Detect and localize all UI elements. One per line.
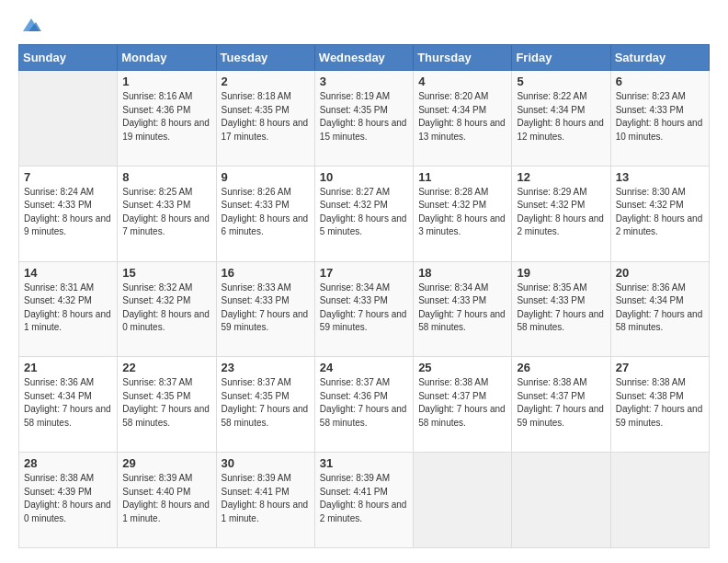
day-number: 19 xyxy=(517,266,605,280)
cell-content: Sunrise: 8:24 AMSunset: 4:33 PMDaylight:… xyxy=(24,186,112,239)
calendar-week-4: 21Sunrise: 8:36 AMSunset: 4:34 PMDayligh… xyxy=(19,357,710,453)
header xyxy=(18,15,710,35)
cell-content: Sunrise: 8:33 AMSunset: 4:33 PMDaylight:… xyxy=(222,282,310,335)
calendar-cell: 6Sunrise: 8:23 AMSunset: 4:33 PMDaylight… xyxy=(610,71,709,167)
calendar-cell: 15Sunrise: 8:32 AMSunset: 4:32 PMDayligh… xyxy=(118,261,216,357)
weekday-header-row: SundayMondayTuesdayWednesdayThursdayFrid… xyxy=(19,45,710,71)
day-number: 13 xyxy=(616,170,704,184)
page: SundayMondayTuesdayWednesdayThursdayFrid… xyxy=(0,0,728,563)
cell-content: Sunrise: 8:39 AMSunset: 4:40 PMDaylight:… xyxy=(122,472,210,525)
calendar-cell: 18Sunrise: 8:34 AMSunset: 4:33 PMDayligh… xyxy=(414,261,512,357)
day-number: 6 xyxy=(616,75,704,88)
cell-content: Sunrise: 8:38 AMSunset: 4:39 PMDaylight:… xyxy=(24,472,112,525)
cell-content: Sunrise: 8:32 AMSunset: 4:32 PMDaylight:… xyxy=(122,282,210,335)
day-number: 9 xyxy=(222,170,310,184)
cell-content: Sunrise: 8:37 AMSunset: 4:36 PMDaylight:… xyxy=(320,376,408,430)
calendar-cell: 3Sunrise: 8:19 AMSunset: 4:35 PMDaylight… xyxy=(314,71,413,167)
calendar-cell xyxy=(19,71,118,167)
cell-content: Sunrise: 8:37 AMSunset: 4:35 PMDaylight:… xyxy=(222,376,310,430)
day-number: 7 xyxy=(24,170,112,184)
weekday-wednesday: Wednesday xyxy=(314,45,413,71)
cell-content: Sunrise: 8:19 AMSunset: 4:35 PMDaylight:… xyxy=(320,90,408,144)
day-number: 24 xyxy=(320,361,408,374)
day-number: 1 xyxy=(122,75,210,88)
cell-content: Sunrise: 8:16 AMSunset: 4:36 PMDaylight:… xyxy=(122,90,210,144)
calendar-week-5: 28Sunrise: 8:38 AMSunset: 4:39 PMDayligh… xyxy=(19,453,710,548)
calendar-table: SundayMondayTuesdayWednesdayThursdayFrid… xyxy=(18,44,710,548)
day-number: 5 xyxy=(517,75,605,88)
day-number: 8 xyxy=(122,170,210,184)
calendar-cell: 1Sunrise: 8:16 AMSunset: 4:36 PMDaylight… xyxy=(118,71,216,167)
calendar-cell: 24Sunrise: 8:37 AMSunset: 4:36 PMDayligh… xyxy=(314,357,413,453)
day-number: 3 xyxy=(320,75,408,88)
cell-content: Sunrise: 8:31 AMSunset: 4:32 PMDaylight:… xyxy=(24,282,112,335)
calendar-cell xyxy=(414,453,512,548)
day-number: 29 xyxy=(122,456,210,470)
calendar-cell: 21Sunrise: 8:36 AMSunset: 4:34 PMDayligh… xyxy=(19,357,118,453)
cell-content: Sunrise: 8:34 AMSunset: 4:33 PMDaylight:… xyxy=(320,282,408,335)
day-number: 14 xyxy=(24,266,112,280)
cell-content: Sunrise: 8:36 AMSunset: 4:34 PMDaylight:… xyxy=(616,282,704,335)
day-number: 30 xyxy=(222,456,310,470)
cell-content: Sunrise: 8:27 AMSunset: 4:32 PMDaylight:… xyxy=(320,186,408,239)
cell-content: Sunrise: 8:22 AMSunset: 4:34 PMDaylight:… xyxy=(517,90,605,144)
cell-content: Sunrise: 8:39 AMSunset: 4:41 PMDaylight:… xyxy=(222,472,310,525)
weekday-sunday: Sunday xyxy=(19,45,118,71)
weekday-monday: Monday xyxy=(118,45,216,71)
calendar-cell: 19Sunrise: 8:35 AMSunset: 4:33 PMDayligh… xyxy=(512,261,610,357)
calendar-week-3: 14Sunrise: 8:31 AMSunset: 4:32 PMDayligh… xyxy=(19,261,710,357)
cell-content: Sunrise: 8:18 AMSunset: 4:35 PMDaylight:… xyxy=(222,90,310,144)
calendar-cell: 16Sunrise: 8:33 AMSunset: 4:33 PMDayligh… xyxy=(216,261,314,357)
day-number: 15 xyxy=(122,266,210,280)
calendar-cell: 14Sunrise: 8:31 AMSunset: 4:32 PMDayligh… xyxy=(19,261,118,357)
calendar-cell: 30Sunrise: 8:39 AMSunset: 4:41 PMDayligh… xyxy=(216,453,314,548)
day-number: 25 xyxy=(418,361,506,374)
calendar-cell: 4Sunrise: 8:20 AMSunset: 4:34 PMDaylight… xyxy=(414,71,512,167)
cell-content: Sunrise: 8:38 AMSunset: 4:38 PMDaylight:… xyxy=(616,376,704,430)
calendar-cell: 23Sunrise: 8:37 AMSunset: 4:35 PMDayligh… xyxy=(216,357,314,453)
cell-content: Sunrise: 8:23 AMSunset: 4:33 PMDaylight:… xyxy=(616,90,704,144)
weekday-saturday: Saturday xyxy=(610,45,709,71)
cell-content: Sunrise: 8:25 AMSunset: 4:33 PMDaylight:… xyxy=(122,186,210,239)
day-number: 23 xyxy=(222,361,310,374)
day-number: 16 xyxy=(222,266,310,280)
calendar-cell: 12Sunrise: 8:29 AMSunset: 4:32 PMDayligh… xyxy=(512,166,610,261)
weekday-friday: Friday xyxy=(512,45,610,71)
calendar-cell: 9Sunrise: 8:26 AMSunset: 4:33 PMDaylight… xyxy=(216,166,314,261)
cell-content: Sunrise: 8:20 AMSunset: 4:34 PMDaylight:… xyxy=(418,90,506,144)
cell-content: Sunrise: 8:37 AMSunset: 4:35 PMDaylight:… xyxy=(122,376,210,430)
calendar-cell: 22Sunrise: 8:37 AMSunset: 4:35 PMDayligh… xyxy=(118,357,216,453)
day-number: 26 xyxy=(517,361,605,374)
calendar-cell: 26Sunrise: 8:38 AMSunset: 4:37 PMDayligh… xyxy=(512,357,610,453)
calendar-cell: 29Sunrise: 8:39 AMSunset: 4:40 PMDayligh… xyxy=(118,453,216,548)
logo xyxy=(18,15,41,35)
calendar-cell: 7Sunrise: 8:24 AMSunset: 4:33 PMDaylight… xyxy=(19,166,118,261)
calendar-cell: 17Sunrise: 8:34 AMSunset: 4:33 PMDayligh… xyxy=(314,261,413,357)
day-number: 12 xyxy=(517,170,605,184)
cell-content: Sunrise: 8:34 AMSunset: 4:33 PMDaylight:… xyxy=(418,282,506,335)
weekday-tuesday: Tuesday xyxy=(216,45,314,71)
day-number: 4 xyxy=(418,75,506,88)
day-number: 11 xyxy=(418,170,506,184)
day-number: 27 xyxy=(616,361,704,374)
calendar-cell xyxy=(512,453,610,548)
calendar-cell: 27Sunrise: 8:38 AMSunset: 4:38 PMDayligh… xyxy=(610,357,709,453)
cell-content: Sunrise: 8:30 AMSunset: 4:32 PMDaylight:… xyxy=(616,186,704,239)
cell-content: Sunrise: 8:28 AMSunset: 4:32 PMDaylight:… xyxy=(418,186,506,239)
calendar-week-1: 1Sunrise: 8:16 AMSunset: 4:36 PMDaylight… xyxy=(19,71,710,167)
calendar-cell: 8Sunrise: 8:25 AMSunset: 4:33 PMDaylight… xyxy=(118,166,216,261)
calendar-cell: 10Sunrise: 8:27 AMSunset: 4:32 PMDayligh… xyxy=(314,166,413,261)
day-number: 2 xyxy=(222,75,310,88)
calendar-cell: 31Sunrise: 8:39 AMSunset: 4:41 PMDayligh… xyxy=(314,453,413,548)
cell-content: Sunrise: 8:39 AMSunset: 4:41 PMDaylight:… xyxy=(320,472,408,525)
weekday-thursday: Thursday xyxy=(414,45,512,71)
calendar-cell: 11Sunrise: 8:28 AMSunset: 4:32 PMDayligh… xyxy=(414,166,512,261)
cell-content: Sunrise: 8:35 AMSunset: 4:33 PMDaylight:… xyxy=(517,282,605,335)
calendar-cell: 28Sunrise: 8:38 AMSunset: 4:39 PMDayligh… xyxy=(19,453,118,548)
calendar-cell: 2Sunrise: 8:18 AMSunset: 4:35 PMDaylight… xyxy=(216,71,314,167)
calendar-cell: 20Sunrise: 8:36 AMSunset: 4:34 PMDayligh… xyxy=(610,261,709,357)
cell-content: Sunrise: 8:29 AMSunset: 4:32 PMDaylight:… xyxy=(517,186,605,239)
cell-content: Sunrise: 8:36 AMSunset: 4:34 PMDaylight:… xyxy=(24,376,112,430)
calendar-cell: 13Sunrise: 8:30 AMSunset: 4:32 PMDayligh… xyxy=(610,166,709,261)
day-number: 20 xyxy=(616,266,704,280)
